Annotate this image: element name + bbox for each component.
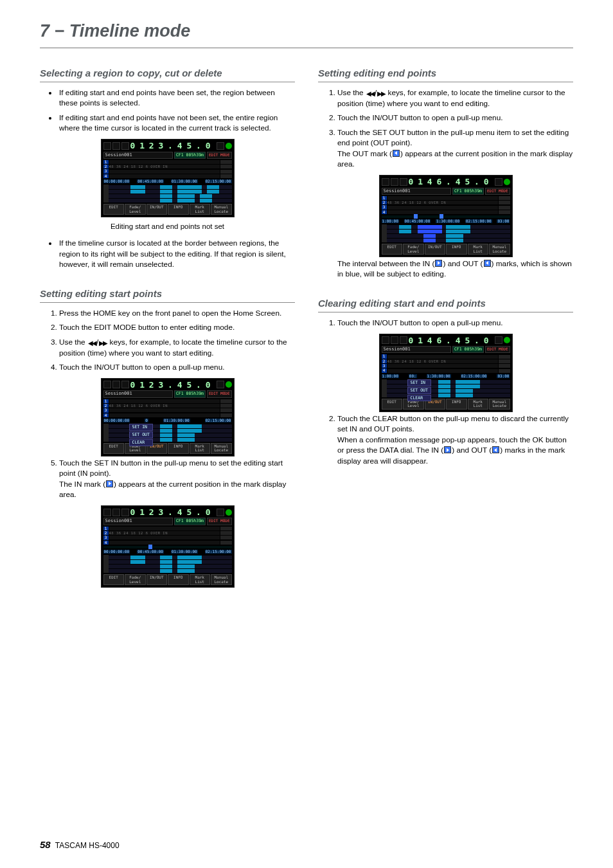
- step: Use the ◀◀/▶▶ keys, for example, to loca…: [337, 87, 573, 109]
- step: Touch the IN/OUT button to open a pull-u…: [337, 318, 573, 329]
- section-end-points: Setting editing end points: [318, 66, 573, 82]
- in-mark-icon: [435, 260, 442, 267]
- screenshot-inout-pullup: 0 1 2 3 . 4 5 . 0 6 15 Session001 CF1 00…: [40, 378, 295, 457]
- in-out-button[interactable]: IN/OUT: [147, 204, 168, 215]
- step: Touch the EDIT MODE button to enter edit…: [59, 322, 295, 333]
- chapter-title: 7 − Timeline mode: [40, 19, 573, 44]
- set-in-button[interactable]: SET IN: [407, 379, 431, 386]
- mark-list-button[interactable]: Mark List: [190, 204, 211, 215]
- in-mark-icon: [444, 446, 451, 453]
- bullet: If the timeline cursor is located at the…: [58, 238, 295, 270]
- info-button[interactable]: INFO: [168, 204, 189, 215]
- rewind-icon: ◀◀: [88, 339, 96, 348]
- set-in-button[interactable]: SET IN: [129, 424, 153, 431]
- start-points-steps-cont: Touch the SET IN button in the pull-up m…: [40, 458, 295, 500]
- manual-locate-button[interactable]: Manual Locate: [211, 204, 232, 215]
- border-note: If the timeline cursor is located at the…: [40, 238, 295, 270]
- page-number: 58: [40, 839, 51, 850]
- start-points-steps: Press the HOME key on the front panel to…: [40, 308, 295, 373]
- screenshot-clear-pullup: 0 1 4 6 . 4 5 . 0 6 32 Session001 CF1 00…: [318, 334, 573, 412]
- interval-note: The interval between the IN () and OUT (…: [318, 258, 573, 280]
- clear-points-steps: Touch the IN/OUT button to open a pull-u…: [318, 318, 573, 329]
- fast-forward-icon: ▶▶: [99, 339, 107, 348]
- end-points-steps: Use the ◀◀/▶▶ keys, for example, to loca…: [318, 87, 573, 170]
- fast-forward-icon: ▶▶: [377, 89, 385, 98]
- step: Touch the IN/OUT button to open a pull-u…: [59, 362, 295, 373]
- step: Touch the CLEAR button on the pull-up me…: [337, 413, 573, 467]
- set-out-button[interactable]: SET OUT: [407, 387, 431, 394]
- rewind-icon: ◀◀: [366, 89, 374, 98]
- step: Touch the SET IN button in the pull-up m…: [59, 458, 295, 500]
- screenshot-no-edit-points: 0 1 2 3 . 4 5 . 0 6 15 Session001 CF1 00…: [40, 139, 295, 217]
- select-region-bullets: If editing start and end points have bee…: [40, 87, 295, 134]
- step: Touch the SET OUT button in the pull-up …: [337, 127, 573, 170]
- model-name: TASCAM HS-4000: [55, 841, 120, 850]
- bullet: If editing start and end points have bee…: [58, 87, 295, 109]
- section-select-region: Selecting a region to copy, cut or delet…: [40, 66, 295, 82]
- clear-points-steps-cont: Touch the CLEAR button on the pull-up me…: [318, 413, 573, 467]
- step: Use the ◀◀/▶▶ keys, for example, to loca…: [59, 337, 295, 359]
- edit-button[interactable]: EDIT: [103, 204, 125, 215]
- step: Press the HOME key on the front panel to…: [59, 308, 295, 319]
- chapter-rule: [40, 48, 573, 48]
- screenshot-out-mark-set: 0 1 4 6 . 4 5 . 0 6 32 Session001 CF1 00…: [318, 175, 573, 257]
- left-column: Selecting a region to copy, cut or delet…: [40, 66, 295, 589]
- page-footer: 58 TASCAM HS-4000: [40, 838, 120, 851]
- clear-button[interactable]: CLEAR: [129, 439, 153, 446]
- content-columns: Selecting a region to copy, cut or delet…: [40, 66, 573, 589]
- screenshot-in-mark-set: 0 1 2 3 . 4 5 . 0 6 15 Session001 CF1 00…: [40, 505, 295, 588]
- in-mark-icon: [106, 480, 113, 487]
- bullet: If editing start and end points have not…: [58, 113, 295, 134]
- clear-button[interactable]: CLEAR: [407, 395, 431, 402]
- set-out-button[interactable]: SET OUT: [129, 431, 153, 439]
- section-start-points: Setting editing start points: [40, 287, 295, 303]
- screenshot-caption: Editing start and end points not set: [40, 221, 295, 231]
- out-mark-icon: [393, 150, 400, 157]
- out-mark-icon: [492, 446, 499, 453]
- out-mark-icon: [484, 260, 491, 267]
- step: Touch the IN/OUT button to open a pull-u…: [337, 113, 573, 123]
- fade-level-button[interactable]: Fade/ Level: [125, 204, 146, 215]
- section-clear-points: Clearing editing start and end points: [318, 296, 573, 312]
- right-column: Setting editing end points Use the ◀◀/▶▶…: [318, 66, 573, 589]
